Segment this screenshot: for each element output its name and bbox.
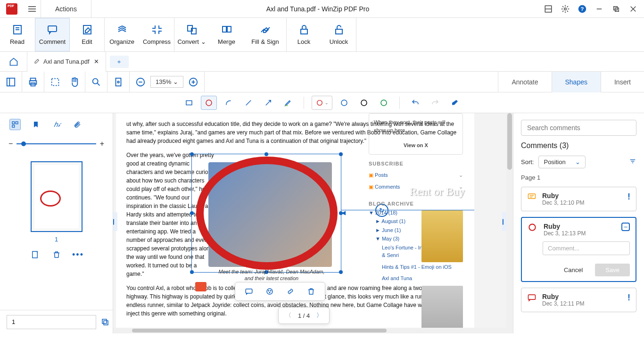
menu-button[interactable]	[24, 0, 41, 18]
thumb-delete-icon[interactable]	[51, 249, 62, 260]
thumb-zoom-slider[interactable]	[17, 143, 96, 144]
comment-text-input[interactable]: Comment...	[543, 241, 630, 255]
minimize-button[interactable]	[595, 5, 603, 13]
comment-card[interactable]: RubyDec 3, 12:11 PM !	[521, 288, 636, 312]
attachments-tab-icon[interactable]	[72, 119, 83, 130]
save-button[interactable]: Save	[595, 264, 630, 276]
bookmarks-tab-icon[interactable]	[30, 119, 41, 130]
shape-arrow-icon[interactable]	[260, 96, 276, 110]
page-number-input[interactable]	[7, 315, 96, 329]
organize-button[interactable]: Organize	[105, 18, 140, 51]
reply-icon[interactable]	[244, 286, 254, 297]
shape-rect-icon[interactable]	[181, 96, 197, 110]
tab-shapes[interactable]: Shapes	[552, 72, 601, 92]
cancel-button[interactable]: Cancel	[556, 264, 590, 276]
document-tab[interactable]: Axl and Tuna.pdf ✕	[27, 52, 106, 72]
comment-button[interactable]: Comment	[35, 18, 70, 51]
erase-icon[interactable]	[447, 96, 463, 110]
edit-button[interactable]: Edit	[70, 18, 105, 51]
next-page-icon[interactable]: 〉	[316, 311, 322, 320]
sticky-note-icon[interactable]	[195, 282, 206, 291]
horizontal-scrollbar[interactable]	[113, 328, 513, 333]
layout-icon[interactable]	[544, 5, 553, 13]
svg-point-62	[529, 224, 535, 230]
close-button[interactable]	[629, 5, 637, 13]
svg-point-2	[564, 8, 567, 10]
stroke-green-icon[interactable]	[376, 96, 392, 110]
comment-card-selected[interactable]: RubyDec 3, 12:13 PM − Comment... Cancel …	[521, 217, 636, 282]
search-icon[interactable]	[91, 77, 101, 87]
tab-close-icon[interactable]: ✕	[93, 58, 100, 65]
zoom-in-icon[interactable]	[188, 77, 198, 87]
page-icon[interactable]	[113, 77, 124, 87]
fill-sign-button[interactable]: Fill & Sign	[244, 18, 287, 51]
page-indicator: 1 / 4	[298, 312, 310, 319]
select-icon[interactable]	[50, 77, 60, 87]
stroke-blue-icon[interactable]	[336, 96, 352, 110]
convert-button[interactable]: Convert ⌄	[174, 18, 209, 51]
thumb-zoom-out[interactable]: −	[8, 140, 13, 148]
zoom-out-icon[interactable]	[135, 77, 146, 87]
help-icon[interactable]: ?	[578, 5, 586, 13]
gear-icon[interactable]	[561, 5, 570, 13]
page-thumbnail[interactable]	[31, 161, 83, 232]
merge-button[interactable]: Merge	[209, 18, 244, 51]
delete-annotation-icon[interactable]	[306, 286, 316, 297]
thumb-more-icon[interactable]: •••	[73, 249, 83, 260]
document-viewport[interactable]: ut why, after such a successful educatio…	[113, 113, 513, 333]
divider	[399, 97, 400, 109]
page-jump-icon[interactable]	[101, 317, 109, 327]
read-button[interactable]: Read	[0, 18, 35, 51]
svg-rect-29	[116, 78, 121, 86]
prev-page-icon[interactable]: 〈	[285, 311, 291, 320]
stroke-black-icon[interactable]	[356, 96, 372, 110]
new-tab-button[interactable]: ＋	[110, 56, 129, 68]
maximize-button[interactable]	[612, 5, 620, 13]
home-button[interactable]	[0, 52, 27, 72]
comment-time: Dec 3, 12:11 PM	[542, 300, 623, 307]
svg-rect-63	[528, 295, 536, 299]
lock-button[interactable]: Lock	[287, 18, 322, 51]
panel-toggle-icon[interactable]	[6, 77, 16, 87]
color-icon[interactable]	[264, 286, 275, 297]
svg-point-54	[271, 290, 272, 291]
hand-icon[interactable]	[69, 77, 79, 87]
collapse-left-icon[interactable]: ▎	[113, 212, 117, 231]
vertical-scrollbar[interactable]	[506, 113, 513, 333]
thumbnails-tab-icon[interactable]	[9, 119, 21, 130]
tab-insert[interactable]: Insert	[601, 72, 644, 92]
shape-line-icon[interactable]	[240, 96, 256, 110]
image-caption: and their latest creation	[210, 274, 333, 282]
stroke-red-icon[interactable]: ⌄	[312, 96, 332, 110]
actions-menu[interactable]: Actions	[41, 0, 91, 18]
shape-highlight-icon[interactable]	[280, 96, 296, 110]
comments-link[interactable]: Comments	[375, 184, 400, 190]
shape-curve-icon[interactable]	[221, 96, 237, 110]
undo-icon[interactable]	[407, 96, 423, 110]
thumb-zoom-in[interactable]: +	[100, 140, 104, 148]
archive-link[interactable]: Axl and Tuna	[369, 274, 463, 283]
redo-icon[interactable]	[427, 96, 443, 110]
comment-priority-icon[interactable]: !	[627, 293, 630, 307]
posts-link[interactable]: Posts	[375, 172, 388, 178]
selection-box[interactable]	[191, 154, 341, 273]
tab-annotate[interactable]: Annotate	[498, 72, 551, 92]
comment-priority-icon[interactable]: !	[627, 192, 630, 206]
comment-card[interactable]: RubyDec 3, 12:10 PM !	[521, 187, 636, 211]
view-on-x-link[interactable]: View on X	[374, 141, 458, 149]
collapse-comment-icon[interactable]: −	[621, 223, 630, 231]
print-icon[interactable]	[28, 77, 38, 87]
compress-button[interactable]: Compress	[140, 18, 174, 51]
archive-link[interactable]: Hints & Tips #1 - Emoji on iOS	[369, 263, 463, 272]
sort-select[interactable]: Position⌄	[538, 156, 586, 168]
thumb-add-page-icon[interactable]	[30, 249, 40, 260]
oval-comment-icon	[528, 223, 538, 233]
unlock-button[interactable]: Unlock	[322, 18, 356, 51]
zoom-value[interactable]: 135% ⌄	[150, 76, 183, 88]
shape-oval-icon[interactable]	[201, 96, 217, 110]
signatures-tab-icon[interactable]: ℎ𝒾	[51, 119, 62, 130]
svg-rect-19	[301, 29, 307, 34]
search-comments-input[interactable]	[521, 120, 636, 136]
filter-icon[interactable]	[629, 158, 636, 166]
link-icon[interactable]	[285, 286, 296, 297]
